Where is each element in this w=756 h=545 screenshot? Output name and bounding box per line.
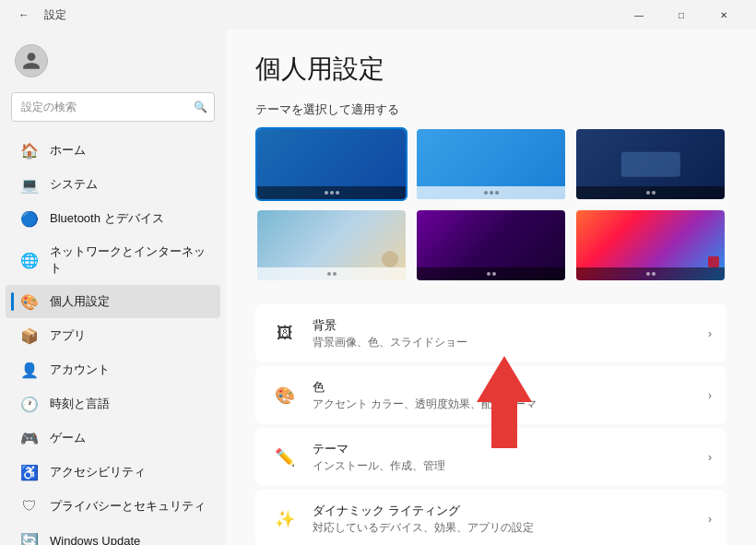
dot1 xyxy=(325,191,328,195)
settings-icon-background: 🖼 xyxy=(270,319,300,349)
dot2 xyxy=(333,272,337,276)
dot1 xyxy=(487,272,490,276)
sidebar-item-network[interactable]: 🌐ネットワークとインターネット xyxy=(6,236,220,284)
settings-row-background[interactable]: 🖼背景背景画像、色、スライドショー› xyxy=(255,304,726,362)
theme-taskbar-2 xyxy=(417,186,565,199)
chevron-right-icon-background: › xyxy=(708,327,712,340)
settings-text-theme: テーマインストール、作成、管理 xyxy=(313,441,708,473)
dot3 xyxy=(495,191,499,195)
home-nav-label: ホーム xyxy=(50,142,86,159)
close-button[interactable]: ✕ xyxy=(703,0,745,30)
chevron-right-icon-theme: › xyxy=(708,451,712,464)
time-nav-label: 時刻と言語 xyxy=(50,396,110,412)
maximize-icon: □ xyxy=(679,10,684,20)
settings-desc-background: 背景画像、色、スライドショー xyxy=(313,336,708,350)
theme-thumb-1[interactable] xyxy=(255,127,408,201)
gaming-nav-label: ゲーム xyxy=(50,430,86,446)
theme-thumb-3[interactable] xyxy=(574,127,726,201)
minimize-icon: — xyxy=(634,10,644,20)
theme-taskbar-6 xyxy=(576,267,725,280)
accounts-nav-label: アカウント xyxy=(50,361,110,378)
apps-nav-label: アプリ xyxy=(50,327,86,344)
sidebar-item-apps[interactable]: 📦アプリ xyxy=(6,319,220,352)
network-nav-icon: 🌐 xyxy=(20,251,39,269)
search-container: 🔍 xyxy=(11,92,215,122)
theme-taskbar-4 xyxy=(257,267,406,280)
sidebar-item-time[interactable]: 🕐時刻と言語 xyxy=(6,387,220,421)
dot2 xyxy=(652,272,656,276)
theme-preview-2 xyxy=(417,129,565,199)
settings-row-theme[interactable]: ✏️テーマインストール、作成、管理› xyxy=(255,428,726,486)
personalization-nav-icon: 🎨 xyxy=(20,292,39,311)
close-icon: ✕ xyxy=(720,10,727,20)
settings-text-background: 背景背景画像、色、スライドショー xyxy=(313,317,708,350)
settings-text-dynamic-lighting: ダイナミック ライティング対応しているデバイス、効果、アプリの設定 xyxy=(313,503,708,535)
settings-title-theme: テーマ xyxy=(313,441,708,457)
theme-thumb-6[interactable] xyxy=(574,208,726,282)
settings-title-background: 背景 xyxy=(313,317,708,334)
settings-row-color[interactable]: 🎨色アクセント カラー、透明度効果、配色テーマ› xyxy=(255,366,726,424)
bluetooth-nav-label: Bluetooth とデバイス xyxy=(50,210,164,227)
chevron-right-icon-dynamic-lighting: › xyxy=(708,513,712,526)
personalization-nav-label: 個人用設定 xyxy=(50,293,110,310)
system-nav-label: システム xyxy=(50,176,98,193)
accounts-nav-icon: 👤 xyxy=(20,361,39,379)
titlebar: ← 設定 — □ ✕ xyxy=(0,0,756,30)
accessibility-nav-icon: ♿ xyxy=(20,463,39,481)
theme-preview-4 xyxy=(257,210,406,280)
dot1 xyxy=(646,191,650,195)
gaming-nav-icon: 🎮 xyxy=(20,429,39,447)
sidebar-item-system[interactable]: 💻システム xyxy=(6,168,220,201)
sidebar-item-gaming[interactable]: 🎮ゲーム xyxy=(6,421,220,455)
chevron-right-icon-color: › xyxy=(708,389,712,402)
theme-preview-1 xyxy=(257,129,406,199)
back-icon: ← xyxy=(18,8,30,21)
themes-label: テーマを選択して適用する xyxy=(255,101,726,118)
theme-thumb-5[interactable] xyxy=(415,208,567,282)
sidebar-item-accessibility[interactable]: ♿アクセシビリティ xyxy=(6,456,220,489)
accessibility-nav-label: アクセシビリティ xyxy=(50,464,146,480)
theme-taskbar-5 xyxy=(417,267,565,280)
dot1 xyxy=(327,272,331,276)
dot2 xyxy=(330,191,334,195)
sidebar-item-personalization[interactable]: 🎨個人用設定 xyxy=(6,285,220,318)
settings-row-dynamic-lighting[interactable]: ✨ダイナミック ライティング対応しているデバイス、効果、アプリの設定› xyxy=(255,490,726,545)
sidebar-item-accounts[interactable]: 👤アカウント xyxy=(6,353,220,386)
theme-thumb-4[interactable] xyxy=(255,208,408,282)
titlebar-left: ← 設定 xyxy=(11,2,618,28)
settings-desc-theme: インストール、作成、管理 xyxy=(313,459,708,473)
settings-text-color: 色アクセント カラー、透明度効果、配色テーマ xyxy=(313,379,708,411)
maximize-button[interactable]: □ xyxy=(660,0,703,30)
sidebar-item-home[interactable]: 🏠ホーム xyxy=(6,134,220,167)
bluetooth-nav-icon: 🔵 xyxy=(20,209,39,228)
minimize-button[interactable]: — xyxy=(618,0,660,30)
nav-list: 🏠ホーム💻システム🔵Bluetooth とデバイス🌐ネットワークとインターネット… xyxy=(0,133,226,545)
theme-taskbar-3 xyxy=(576,186,725,199)
theme-preview-3 xyxy=(576,129,725,199)
sidebar-item-privacy[interactable]: 🛡プライバシーとセキュリティ xyxy=(6,490,220,523)
dot2 xyxy=(652,191,656,195)
sidebar-item-bluetooth[interactable]: 🔵Bluetooth とデバイス xyxy=(6,202,220,235)
dot1 xyxy=(646,272,650,276)
themes-grid xyxy=(255,127,726,282)
sidebar-item-update[interactable]: 🔄Windows Update xyxy=(6,524,220,545)
settings-title-dynamic-lighting: ダイナミック ライティング xyxy=(313,503,708,519)
sidebar: 🔍 🏠ホーム💻システム🔵Bluetooth とデバイス🌐ネットワークとインターネ… xyxy=(0,30,226,545)
dot3 xyxy=(336,191,339,195)
avatar[interactable] xyxy=(15,44,48,77)
network-nav-label: ネットワークとインターネット xyxy=(50,243,206,277)
search-icon: 🔍 xyxy=(194,101,207,113)
dot2 xyxy=(490,191,493,195)
home-nav-icon: 🏠 xyxy=(20,141,39,160)
update-nav-icon: 🔄 xyxy=(20,531,39,545)
theme-preview-5 xyxy=(417,210,565,280)
titlebar-title: 設定 xyxy=(44,7,66,23)
apps-nav-icon: 📦 xyxy=(20,326,39,345)
search-input[interactable] xyxy=(11,92,215,122)
settings-icon-theme: ✏️ xyxy=(270,443,300,472)
theme-thumb-2[interactable] xyxy=(415,127,567,201)
back-button[interactable]: ← xyxy=(11,2,37,28)
window-controls: — □ ✕ xyxy=(618,0,745,30)
privacy-nav-label: プライバシーとセキュリティ xyxy=(50,498,206,515)
settings-list: 🖼背景背景画像、色、スライドショー›🎨色アクセント カラー、透明度効果、配色テー… xyxy=(255,304,726,545)
